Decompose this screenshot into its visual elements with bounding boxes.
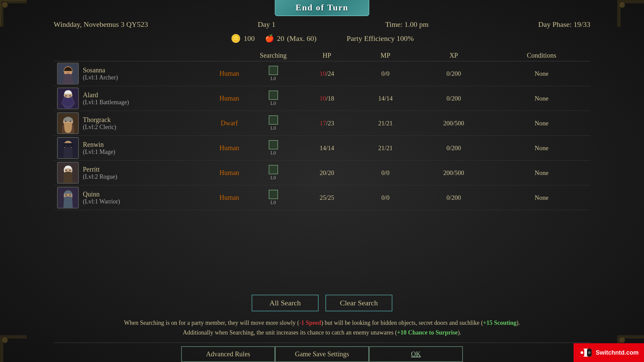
food-amount: 20	[277, 34, 284, 43]
gold-resource: 🪙 100	[230, 33, 255, 44]
char-portrait-2	[57, 112, 79, 134]
col-xp: XP	[415, 50, 493, 61]
coin-icon: 🪙	[230, 33, 241, 44]
char-name-5: Quinn	[83, 190, 120, 198]
scouting-highlight: +15 Scouting	[483, 319, 517, 326]
char-search-cell-2: L0	[249, 111, 298, 136]
char-cell-3: Renwin (Lvl:1 Mage)	[54, 136, 210, 161]
char-class-0: (Lvl:1 Archer)	[83, 74, 118, 81]
char-portrait-1	[57, 87, 79, 109]
char-name-2: Thorgrack	[83, 116, 116, 124]
search-checkbox-3[interactable]	[269, 140, 278, 149]
char-mp-1: 14/14	[356, 86, 415, 111]
advanced-rules-button[interactable]: Advanced Rules	[181, 346, 275, 362]
banner-title: End of Turn	[296, 3, 348, 12]
svg-point-0	[2, 2, 8, 8]
info-line2-pre: Additionally when Searching, the unit in…	[183, 329, 397, 336]
game-day: Day 1	[258, 20, 275, 29]
char-race-1: Human	[210, 86, 249, 111]
search-checkbox-4[interactable]	[269, 165, 278, 174]
gold-amount: 100	[244, 34, 255, 43]
level-badge-1: L0	[270, 101, 276, 106]
ok-button[interactable]: OK	[369, 346, 463, 362]
char-conditions-5: None	[493, 185, 590, 210]
char-conditions-2: None	[493, 111, 590, 136]
col-conditions: Conditions	[493, 50, 590, 61]
col-searching: Searching	[249, 50, 298, 61]
surprise-highlight: +10 Chance to Surprise	[397, 329, 458, 336]
char-search-cell-1: L0	[249, 86, 298, 111]
food-max: (Max. 60)	[287, 34, 317, 43]
svg-point-15	[70, 121, 71, 122]
svg-point-1	[620, 2, 625, 8]
char-xp-5: 0/200	[415, 185, 493, 210]
info-line1-mid: ) but will be looking for hidden objects…	[321, 319, 483, 326]
corner-decoration-bl	[0, 335, 27, 362]
corner-decoration-tr	[617, 0, 644, 27]
party-efficiency: Party Efficiency 100%	[347, 34, 414, 43]
svg-point-11	[69, 95, 71, 97]
all-search-button[interactable]: All Search	[252, 295, 319, 311]
char-xp-0: 0/200	[415, 61, 493, 86]
table-row: Quinn (Lvl:1 Warrior) Human L0 25/25 0/0…	[54, 185, 590, 210]
bottom-buttons-container: Advanced Rules Game Save Settings OK	[54, 343, 590, 362]
char-hp-4: 20/20	[298, 161, 356, 185]
svg-point-19	[65, 145, 67, 146]
efficiency-label: Party Efficiency	[347, 34, 395, 43]
level-badge-5: L0	[270, 200, 276, 205]
switch-badge: Switchntd.com	[574, 343, 644, 362]
char-cell-4: Perritt (Lvl:2 Rogue)	[54, 161, 210, 185]
char-portrait-0	[57, 63, 79, 84]
col-race	[210, 50, 249, 61]
char-mp-4: 0/0	[356, 161, 415, 185]
party-table: Searching HP MP XP Conditions Sosanna (L…	[54, 50, 590, 210]
char-mp-5: 0/0	[356, 185, 415, 210]
col-name	[54, 50, 210, 61]
svg-point-2	[2, 338, 8, 343]
table-row: Alard (Lvl:1 Battlemage) Human L0 10/18 …	[54, 86, 590, 111]
svg-point-7	[69, 70, 71, 71]
svg-point-28	[69, 194, 71, 196]
game-save-button[interactable]: Game Save Settings	[275, 346, 369, 362]
table-row: Renwin (Lvl:1 Mage) Human L0 14/14 21/21…	[54, 136, 590, 161]
char-class-4: (Lvl:2 Rogue)	[83, 173, 117, 180]
char-cell-5: Quinn (Lvl:1 Warrior)	[54, 185, 210, 210]
level-badge-3: L0	[270, 150, 276, 156]
char-search-cell-0: L0	[249, 61, 298, 86]
speed-highlight: -1 Speed	[299, 319, 321, 326]
info-bar: Windday, Novebemus 3 QY523 Day 1 Time: 1…	[54, 17, 590, 31]
char-race-4: Human	[210, 161, 249, 185]
char-conditions-3: None	[493, 136, 590, 161]
search-checkbox-1[interactable]	[269, 90, 278, 100]
char-search-cell-5: L0	[249, 185, 298, 210]
resources-bar: 🪙 100 🍎 20 (Max. 60) Party Efficiency 10…	[54, 31, 590, 47]
end-of-turn-banner[interactable]: End of Turn	[275, 0, 369, 16]
svg-point-3	[620, 338, 625, 343]
info-line2-end: ).	[458, 329, 462, 336]
level-badge-4: L0	[270, 175, 276, 181]
bottom-area: All Search Clear Search When Searching i…	[54, 295, 590, 362]
char-xp-1: 0/200	[415, 86, 493, 111]
char-mp-0: 0/0	[356, 61, 415, 86]
char-portrait-4	[57, 162, 79, 184]
char-name-0: Sosanna	[83, 66, 118, 74]
search-checkbox-0[interactable]	[269, 66, 278, 75]
search-checkbox-2[interactable]	[269, 115, 278, 125]
char-portrait-5	[57, 187, 79, 208]
col-mp: MP	[356, 50, 415, 61]
search-info-text: When Searching is on for a party member,…	[54, 318, 590, 338]
clear-search-button[interactable]: Clear Search	[325, 295, 392, 311]
search-checkbox-5[interactable]	[269, 190, 278, 199]
char-race-3: Human	[210, 136, 249, 161]
svg-point-10	[65, 95, 67, 97]
char-cell-2: Thorgrack (Lvl:2 Cleric)	[54, 111, 210, 136]
char-name-4: Perritt	[83, 166, 117, 173]
char-class-3: (Lvl:1 Mage)	[83, 148, 115, 156]
svg-rect-18	[63, 143, 73, 147]
char-xp-4: 200/500	[415, 161, 493, 185]
char-conditions-1: None	[493, 86, 590, 111]
switch-text: Switchntd.com	[596, 349, 639, 356]
table-row: Thorgrack (Lvl:2 Cleric) Dwarf L0 17/23 …	[54, 111, 590, 136]
svg-point-20	[69, 145, 71, 146]
level-badge-0: L0	[270, 76, 276, 81]
